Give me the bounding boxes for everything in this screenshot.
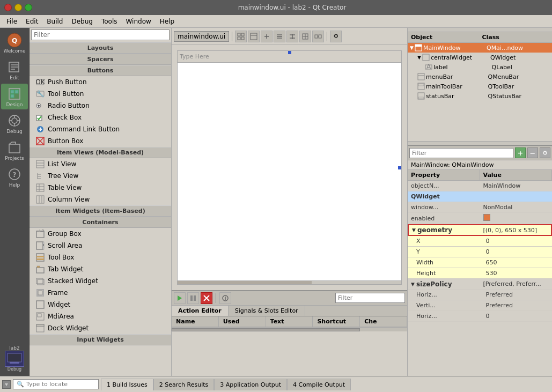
form-canvas[interactable]: Type Here	[177, 50, 402, 285]
menu-edit[interactable]: Edit	[21, 17, 42, 26]
action-editor-tab[interactable]: Action Editor	[172, 306, 229, 316]
maximize-button[interactable]	[25, 4, 32, 11]
sidebar-item-lab2[interactable]: lab2 Debug	[1, 343, 28, 374]
obj-row-maintoolbar[interactable]: mainToolBar QToolBar	[408, 82, 552, 91]
prop-gear-button[interactable]: ⚙	[540, 147, 550, 158]
action-toolbar-btn-2[interactable]	[187, 292, 199, 304]
type-locate-input[interactable]	[26, 381, 91, 388]
obj-row-menubar[interactable]: menuBar QMenuBar	[408, 72, 552, 82]
widget-command-link-button[interactable]: Command Link Button	[30, 123, 171, 135]
obj-hscrollbar[interactable]	[408, 141, 552, 145]
svg-rect-39	[36, 184, 44, 191]
widget-dock-widget[interactable]: Dock Widget	[30, 322, 171, 334]
sidebar-item-design[interactable]: Design	[1, 84, 28, 109]
widget-tab-widget[interactable]: Tab Widget	[30, 263, 171, 275]
prop-row-window[interactable]: window... NonModal	[408, 202, 552, 213]
prop-row-horiz1[interactable]: Horiz... Preferred	[408, 290, 552, 300]
toolbar-btn-6[interactable]	[299, 31, 311, 42]
sidebar-item-help[interactable]: ? Help	[1, 164, 28, 190]
prop-row-y[interactable]: Y 0	[408, 247, 552, 257]
prop-row-verti[interactable]: Verti... Preferred	[408, 300, 552, 311]
obj-row-label[interactable]: A label QLabel	[408, 62, 552, 72]
widget-scroll-area[interactable]: Scroll Area	[30, 240, 171, 252]
status-tab-compile[interactable]: 4 Compile Output	[287, 379, 351, 390]
prop-filter-input[interactable]	[409, 148, 513, 158]
widget-table-view[interactable]: Table View	[30, 182, 171, 194]
menu-window[interactable]: Window	[122, 17, 156, 26]
action-hscrollbar[interactable]	[172, 327, 407, 331]
action-toolbar-btn-3[interactable]	[201, 292, 212, 304]
prop-row-x[interactable]: X 0	[408, 236, 552, 247]
prop-row-enabled[interactable]: enabled	[408, 213, 552, 224]
expand-arrow-centralwidget[interactable]: ▼	[417, 55, 421, 60]
prop-remove-button[interactable]: −	[527, 147, 538, 158]
geometry-expand-arrow[interactable]: ▼	[412, 227, 416, 233]
minimize-button[interactable]	[14, 4, 22, 11]
sidebar-item-edit[interactable]: Edit	[1, 57, 28, 83]
column-view-icon	[36, 195, 45, 204]
widget-mdi-area[interactable]: MdiArea	[30, 310, 171, 322]
prop-row-objectname[interactable]: objectN... MainWindow	[408, 181, 552, 191]
widget-column-view[interactable]: Column View	[30, 194, 171, 205]
toolbar-btn-5[interactable]	[286, 31, 298, 42]
widget-stacked-widget[interactable]: Stacked Widget	[30, 275, 171, 287]
file-tab[interactable]: mainwindow.ui	[174, 31, 229, 42]
sidebar-item-debug[interactable]: Debug	[1, 110, 28, 136]
prop-row-sizepolicy[interactable]: ▼ sizePolicy [Preferred, Preferr...	[408, 279, 552, 290]
widget-widget[interactable]: Widget	[30, 299, 171, 310]
toolbar-btn-7[interactable]	[312, 31, 324, 42]
obj-top-scrollbar[interactable]	[408, 28, 552, 32]
menu-debug[interactable]: Debug	[67, 17, 97, 26]
widget-radio-button[interactable]: Radio Button	[30, 100, 171, 112]
status-tab-appoutput[interactable]: 3 Application Output	[214, 379, 287, 390]
signals-slots-tab[interactable]: Signals & Slots Editor	[229, 306, 305, 316]
widget-tool-button[interactable]: 🔧 Tool Button	[30, 88, 171, 100]
obj-row-mainwindow[interactable]: ▼ MainWindow QMai...ndow	[408, 43, 552, 53]
expand-arrow-mainwindow[interactable]: ▼	[410, 45, 414, 50]
close-button[interactable]	[4, 4, 12, 11]
prop-add-button[interactable]: +	[515, 147, 526, 158]
enabled-checkbox[interactable]	[483, 214, 490, 221]
status-tab-build[interactable]: 1 Build Issues	[101, 379, 153, 390]
widget-list-view[interactable]: List View	[30, 158, 171, 170]
prop-row-geometry[interactable]: ▼ geometry [(0, 0), 650 x 530]	[408, 224, 552, 236]
svg-rect-70	[241, 37, 244, 40]
widget-frame[interactable]: Frame	[30, 287, 171, 299]
toggle-output-button[interactable]	[2, 380, 11, 389]
menu-help[interactable]: Help	[156, 17, 179, 26]
sidebar-item-projects[interactable]: Projects	[1, 137, 28, 163]
widget-push-button[interactable]: OK Push Button	[30, 76, 171, 88]
prop-row-width[interactable]: Width 650	[408, 257, 552, 268]
prop-row-horiz2[interactable]: Horiz... 0	[408, 311, 552, 322]
widget-group-box[interactable]: GB Group Box	[30, 228, 171, 240]
h-scrollbar[interactable]	[177, 280, 402, 285]
svg-rect-96	[423, 54, 429, 61]
right-handle[interactable]	[398, 166, 401, 169]
toolbar-btn-2[interactable]	[248, 31, 260, 42]
prop-row-height[interactable]: Height 530	[408, 268, 552, 279]
action-filter-input[interactable]	[335, 293, 405, 303]
widget-button-box[interactable]: Button Box	[30, 135, 171, 147]
section-containers: Containers	[30, 217, 171, 228]
action-toolbar-btn-4[interactable]	[219, 292, 231, 304]
menu-tools[interactable]: Tools	[97, 17, 122, 26]
obj-row-centralwidget[interactable]: ▼ centralWidget QWidget	[408, 53, 552, 62]
svg-rect-64	[38, 314, 41, 317]
section-buttons: Buttons	[30, 65, 171, 76]
widget-filter-input[interactable]	[31, 29, 170, 40]
toolbar-btn-3[interactable]	[261, 31, 273, 42]
top-handle[interactable]	[288, 51, 291, 54]
menu-file[interactable]: File	[2, 17, 21, 26]
sizepolicy-expand-arrow[interactable]: ▼	[411, 282, 415, 287]
status-tab-search[interactable]: 2 Search Results	[153, 379, 215, 390]
toolbar-btn-4[interactable]	[274, 31, 285, 42]
action-toolbar-btn-1[interactable]	[174, 292, 186, 304]
toolbar-btn-gear[interactable]: ⚙	[330, 31, 342, 42]
toolbar-btn-1[interactable]	[235, 31, 247, 42]
obj-row-statusbar[interactable]: statusBar QStatusBar	[408, 91, 552, 101]
sidebar-item-welcome[interactable]: Q Welcome	[1, 30, 28, 56]
widget-tree-view[interactable]: Tree View	[30, 170, 171, 182]
menu-build[interactable]: Build	[42, 17, 67, 26]
widget-tool-box[interactable]: Tool Box	[30, 252, 171, 263]
widget-check-box[interactable]: Check Box	[30, 112, 171, 123]
